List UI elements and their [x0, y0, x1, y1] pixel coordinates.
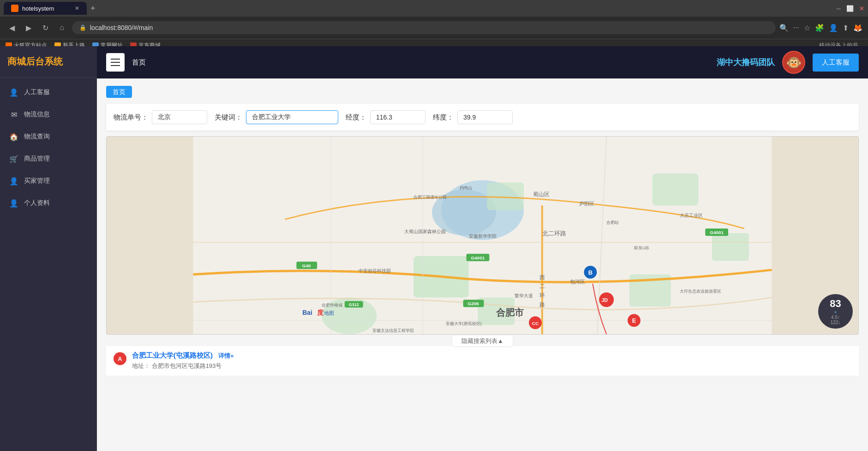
- map-wrapper: G40 G206 G4001 G4001 G312 合肥市 北二环路 西: [106, 136, 859, 376]
- menu-label: 买家管理: [24, 177, 50, 185]
- toggle-list-bar: 隐藏搜索列表▲: [106, 337, 859, 345]
- extensions-icon[interactable]: 🧩: [815, 24, 824, 32]
- breadcrumb: 首页: [106, 88, 859, 96]
- customer-service-button[interactable]: 人工客服: [813, 54, 859, 72]
- top-nav-home[interactable]: 首页: [132, 58, 146, 67]
- speed-sub1: 4.5↑: [831, 315, 840, 320]
- longitude-input[interactable]: [370, 110, 425, 124]
- back-button[interactable]: ◀: [6, 21, 18, 34]
- sidebar-item-logistics-query[interactable]: 🏠 物流查询: [0, 126, 97, 148]
- longitude-label: 经度：: [346, 113, 366, 122]
- home-icon: 🏠: [9, 132, 18, 141]
- keyword-label: 关键词：: [215, 113, 242, 122]
- sidebar-item-logistics-info[interactable]: ✉ 物流信息: [0, 103, 97, 126]
- latitude-label: 纬度：: [433, 113, 454, 122]
- svg-text:地图: 地图: [323, 310, 334, 316]
- mail-icon: ✉: [9, 110, 18, 119]
- svg-text:二: 二: [539, 283, 545, 289]
- speed-value: 83: [830, 298, 841, 310]
- svg-text:度: 度: [317, 309, 324, 316]
- avatar[interactable]: 🐵: [782, 51, 805, 74]
- browser-chrome: hotelsystem ✕ + ─ ⬜ ✕ ◀ ▶ ↻ ⌂ 🔒 localhos…: [0, 0, 868, 46]
- result-title: 合肥工业大学(屯溪路校区) 详情»: [132, 351, 851, 360]
- svg-text:G4001: G4001: [710, 230, 724, 235]
- speed-indicator: 83 × 4.5↑ 122↓: [818, 294, 853, 329]
- result-detail-link[interactable]: 详情»: [218, 352, 233, 359]
- result-address: 地址： 合肥市包河区屯溪路193号: [132, 362, 851, 370]
- sidebar-item-customer-service[interactable]: 👤 人工客服: [0, 81, 97, 103]
- menu-toggle-button[interactable]: [106, 53, 125, 72]
- sidebar-item-profile[interactable]: 👤 个人资料: [0, 192, 97, 214]
- address-bar[interactable]: 🔒 localhost:8080/#/main: [72, 21, 776, 34]
- svg-text:联东U谷: 联东U谷: [634, 246, 649, 250]
- svg-rect-7: [712, 233, 749, 261]
- security-icon: 🔒: [79, 24, 86, 31]
- app-wrapper: 商城后台系统 👤 人工客服 ✉ 物流信息 🏠 物流查询 🛒 商品管理 👤 买家管…: [0, 46, 868, 451]
- svg-text:大圩生态农业旅游景区: 大圩生态农业旅游景区: [680, 289, 721, 294]
- browser-tabs: hotelsystem ✕ + ─ ⬜ ✕: [0, 0, 868, 17]
- menu-label: 人工客服: [24, 88, 50, 96]
- more-options-icon[interactable]: ···: [793, 24, 799, 32]
- search-bar: 物流单号： 关键词： 经度： 纬度：: [106, 104, 859, 131]
- svg-text:G40: G40: [302, 263, 311, 268]
- sidebar-logo: 商城后台系统: [0, 46, 97, 78]
- url-text: localhost:8080/#/main: [90, 24, 153, 31]
- sidebar-menu: 👤 人工客服 ✉ 物流信息 🏠 物流查询 🛒 商品管理 👤 买家管理 👤: [0, 78, 97, 451]
- breadcrumb-home[interactable]: 首页: [106, 86, 132, 98]
- tab-close-button[interactable]: ✕: [75, 5, 79, 12]
- tracking-field: 物流单号：: [114, 110, 207, 124]
- result-info: 合肥工业大学(屯溪路校区) 详情» 地址： 合肥市包河区屯溪路193号: [132, 351, 851, 370]
- marker-label: A: [118, 355, 122, 362]
- forward-button[interactable]: ▶: [22, 21, 35, 34]
- svg-text:繁华大道: 繁华大道: [515, 293, 533, 298]
- svg-text:G4001: G4001: [471, 255, 485, 260]
- svg-text:G206: G206: [467, 301, 479, 306]
- hamburger-icon: [111, 59, 120, 66]
- home-button[interactable]: ⌂: [55, 21, 68, 34]
- toggle-list-button[interactable]: 隐藏搜索列表▲: [452, 336, 513, 346]
- svg-text:大店工业区: 大店工业区: [680, 213, 703, 218]
- result-name[interactable]: 合肥工业大学(屯溪路校区): [132, 351, 213, 359]
- cart-icon: 🛒: [9, 154, 18, 163]
- svg-text:包河区: 包河区: [570, 279, 585, 285]
- main-content: 首页 湖中大撸码团队 🐵 人工客服 首页 物流单号：: [97, 46, 868, 451]
- account-icon[interactable]: 👤: [829, 24, 838, 32]
- minimize-button[interactable]: ─: [837, 5, 841, 12]
- svg-text:安徽文达信息工程学院: 安徽文达信息工程学院: [372, 328, 414, 333]
- result-marker-a: A: [114, 352, 126, 365]
- svg-text:JD: JD: [601, 297, 608, 303]
- svg-text:庐阳区: 庐阳区: [579, 201, 594, 206]
- map-container[interactable]: G40 G206 G4001 G4001 G312 合肥市 北二环路 西: [106, 136, 859, 335]
- menu-label: 物流信息: [24, 110, 50, 119]
- active-tab[interactable]: hotelsystem ✕: [4, 2, 87, 15]
- firefox-icon[interactable]: 🦊: [853, 24, 862, 32]
- buyer-icon: 👤: [9, 176, 18, 186]
- svg-text:中安创谷科技园: 中安创谷科技园: [359, 268, 391, 273]
- speed-unit: ×: [834, 310, 837, 315]
- svg-text:B: B: [588, 269, 593, 276]
- bookmark-icon[interactable]: ☆: [804, 24, 810, 32]
- svg-text:北二环路: 北二环路: [542, 230, 566, 237]
- menu-label: 物流查询: [24, 132, 50, 141]
- new-tab-button[interactable]: +: [90, 4, 96, 13]
- sidebar-item-buyers[interactable]: 👤 买家管理: [0, 170, 97, 192]
- menu-label: 商品管理: [24, 155, 50, 163]
- reload-button[interactable]: ↻: [39, 21, 52, 34]
- search-icon[interactable]: 🔍: [779, 24, 789, 32]
- sidebar-item-products[interactable]: 🛒 商品管理: [0, 148, 97, 170]
- window-close-button[interactable]: ✕: [859, 5, 864, 12]
- svg-text:合肥市: 合肥市: [496, 307, 524, 318]
- tracking-input[interactable]: [152, 110, 207, 124]
- svg-text:E: E: [632, 317, 636, 324]
- svg-text:路: 路: [539, 301, 545, 308]
- svg-text:Bai: Bai: [302, 309, 312, 316]
- nav-actions: 🔍 ··· ☆ 🧩 👤 ⬆ 🦊: [779, 24, 862, 32]
- maximize-button[interactable]: ⬜: [846, 5, 854, 12]
- keyword-input[interactable]: [246, 110, 338, 124]
- tab-title: hotelsystem: [22, 5, 54, 12]
- top-bar-right: 湖中大撸码团队 🐵 人工客服: [717, 51, 859, 74]
- svg-text:合肥站: 合肥站: [606, 220, 619, 225]
- latitude-input[interactable]: [457, 110, 513, 124]
- svg-text:安徽大学(磬苑校区): 安徽大学(磬苑校区): [446, 321, 482, 326]
- sync-icon[interactable]: ⬆: [843, 24, 849, 32]
